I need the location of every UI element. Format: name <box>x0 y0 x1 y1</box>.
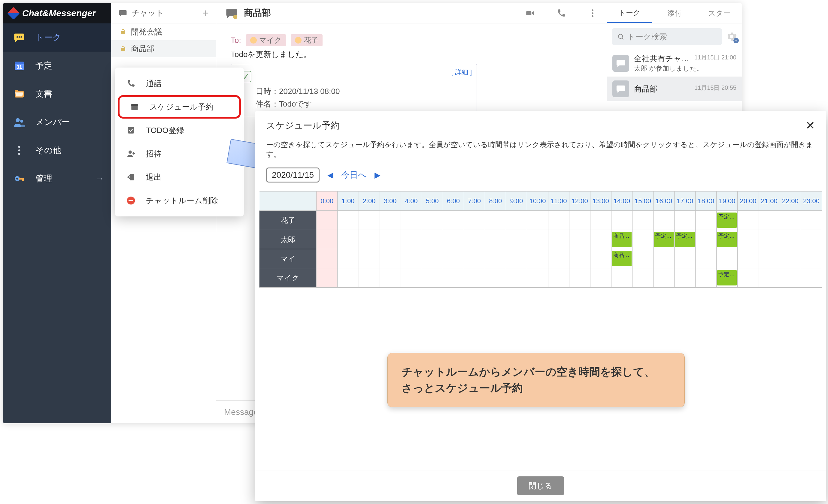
hour-header[interactable]: 21:00 <box>759 191 780 211</box>
time-cell[interactable] <box>632 249 653 268</box>
time-cell[interactable] <box>696 211 716 230</box>
hour-header[interactable]: 2:00 <box>359 191 380 211</box>
time-cell[interactable] <box>674 211 696 230</box>
time-cell[interactable] <box>380 230 401 249</box>
time-cell[interactable] <box>401 249 422 268</box>
time-cell[interactable] <box>527 268 548 287</box>
time-cell[interactable] <box>485 249 506 268</box>
time-cell[interactable] <box>338 230 359 249</box>
time-cell[interactable] <box>359 230 380 249</box>
schedule-slot[interactable]: 商品… <box>612 251 632 266</box>
nav-item-talk[interactable]: トーク <box>3 24 111 52</box>
time-cell[interactable]: 予定… <box>716 230 738 249</box>
time-cell[interactable] <box>317 230 338 249</box>
hour-header[interactable]: 7:00 <box>464 191 485 211</box>
time-cell[interactable] <box>674 268 696 287</box>
time-cell[interactable] <box>548 249 569 268</box>
time-cell[interactable] <box>801 211 822 230</box>
time-cell[interactable] <box>738 249 759 268</box>
time-cell[interactable] <box>317 249 338 268</box>
hour-header[interactable]: 20:00 <box>738 191 759 211</box>
time-cell[interactable] <box>801 230 822 249</box>
time-cell[interactable] <box>632 230 653 249</box>
hour-header[interactable]: 5:00 <box>422 191 443 211</box>
recipient-chip[interactable]: 花子 <box>291 34 323 46</box>
time-cell[interactable] <box>527 230 548 249</box>
time-cell[interactable] <box>696 268 716 287</box>
hour-header[interactable]: 9:00 <box>506 191 527 211</box>
time-cell[interactable]: 商品… <box>611 249 632 268</box>
time-cell[interactable] <box>401 268 422 287</box>
time-cell[interactable] <box>401 211 422 230</box>
time-cell[interactable] <box>716 249 738 268</box>
dialog-close-button[interactable]: 閉じる <box>517 476 564 495</box>
audio-call-button[interactable] <box>556 8 567 18</box>
time-cell[interactable] <box>590 211 611 230</box>
more-menu-button[interactable] <box>587 8 598 18</box>
time-cell[interactable] <box>464 211 485 230</box>
time-cell[interactable] <box>485 268 506 287</box>
hour-header[interactable]: 4:00 <box>401 191 422 211</box>
tab-talk[interactable]: トーク <box>607 3 652 23</box>
hour-header[interactable]: 3:00 <box>380 191 401 211</box>
time-cell[interactable] <box>759 268 780 287</box>
nav-item-schedule[interactable]: 31 予定 <box>3 52 111 80</box>
schedule-slot[interactable]: 予定… <box>675 232 695 247</box>
hour-header[interactable]: 0:00 <box>317 191 338 211</box>
time-cell[interactable] <box>759 230 780 249</box>
menu-delete-room[interactable]: チャットルーム削除 <box>115 189 244 212</box>
time-cell[interactable] <box>569 211 590 230</box>
time-cell[interactable] <box>464 249 485 268</box>
hour-header[interactable]: 18:00 <box>696 191 716 211</box>
time-cell[interactable] <box>696 230 716 249</box>
time-cell[interactable] <box>780 211 801 230</box>
time-cell[interactable] <box>506 211 527 230</box>
time-cell[interactable] <box>443 249 464 268</box>
time-cell[interactable] <box>654 249 674 268</box>
hour-header[interactable]: 11:00 <box>548 191 569 211</box>
video-call-button[interactable] <box>525 8 535 18</box>
today-link[interactable]: 今日へ <box>341 169 367 181</box>
nav-item-admin[interactable]: 管理 → <box>3 165 111 193</box>
time-cell[interactable] <box>632 211 653 230</box>
close-button[interactable]: ✕ <box>805 119 815 132</box>
time-cell[interactable] <box>590 268 611 287</box>
nav-item-other[interactable]: その他 <box>3 136 111 165</box>
time-cell[interactable] <box>590 230 611 249</box>
time-cell[interactable] <box>654 211 674 230</box>
date-picker[interactable]: 2020/11/15 <box>266 168 320 183</box>
time-cell[interactable] <box>485 230 506 249</box>
time-cell[interactable]: 予定… <box>654 230 674 249</box>
time-cell[interactable] <box>569 268 590 287</box>
time-cell[interactable] <box>443 268 464 287</box>
time-cell[interactable] <box>738 211 759 230</box>
time-cell[interactable] <box>569 249 590 268</box>
hour-header[interactable]: 17:00 <box>674 191 696 211</box>
hour-header[interactable]: 10:00 <box>527 191 548 211</box>
time-cell[interactable] <box>632 268 653 287</box>
time-cell[interactable] <box>696 249 716 268</box>
schedule-slot[interactable]: 予定… <box>717 270 737 285</box>
time-cell[interactable] <box>422 211 443 230</box>
time-cell[interactable] <box>569 230 590 249</box>
time-cell[interactable] <box>548 230 569 249</box>
time-cell[interactable] <box>527 249 548 268</box>
talk-thread[interactable]: 商品部 11月15日 20:55 <box>607 77 742 101</box>
hour-header[interactable]: 23:00 <box>801 191 822 211</box>
talk-search-input[interactable]: トーク検索 <box>612 28 722 45</box>
next-day-button[interactable]: ▶ <box>373 169 382 181</box>
time-cell[interactable]: 予定… <box>716 211 738 230</box>
time-cell[interactable] <box>380 211 401 230</box>
schedule-slot[interactable]: 予定… <box>654 232 674 247</box>
hour-header[interactable]: 1:00 <box>338 191 359 211</box>
hour-header[interactable]: 19:00 <box>716 191 738 211</box>
prev-day-button[interactable]: ◀ <box>326 169 335 181</box>
menu-leave[interactable]: 退出 <box>115 166 244 189</box>
time-cell[interactable] <box>780 249 801 268</box>
time-cell[interactable] <box>674 249 696 268</box>
time-cell[interactable] <box>801 268 822 287</box>
time-cell[interactable] <box>422 249 443 268</box>
time-cell[interactable]: 商品… <box>611 230 632 249</box>
time-cell[interactable] <box>359 249 380 268</box>
time-cell[interactable] <box>338 249 359 268</box>
